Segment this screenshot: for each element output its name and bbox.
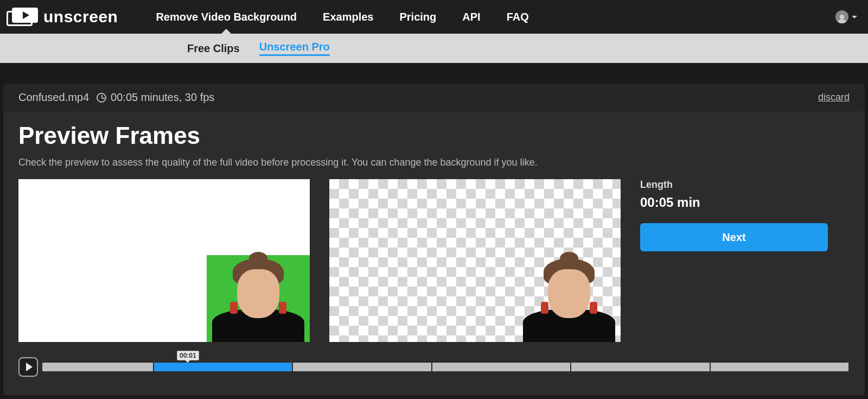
nav-api[interactable]: API: [462, 11, 480, 23]
brand-name: unscreen: [43, 8, 118, 26]
nav-faq[interactable]: FAQ: [507, 11, 529, 23]
chevron-down-icon: [852, 16, 857, 18]
preview-original: [18, 179, 310, 342]
sub-nav: Free Clips Unscreen Pro: [0, 34, 868, 63]
sidebar: Length 00:05 min Next: [640, 179, 828, 251]
timeline-segment[interactable]: [42, 363, 154, 371]
preview-removed: [329, 179, 621, 342]
next-button[interactable]: Next: [640, 223, 828, 251]
timeline[interactable]: 00:01: [42, 363, 850, 371]
clock-icon: [97, 93, 106, 103]
original-frame-thumb: [207, 255, 310, 342]
play-icon: [26, 363, 33, 371]
timeline-segment[interactable]: [711, 363, 850, 371]
removed-frame-thumb: [518, 255, 621, 342]
timeline-marker-label: 00:01: [177, 351, 199, 360]
nav-remove-bg[interactable]: Remove Video Background: [156, 11, 297, 23]
nav-examples[interactable]: Examples: [323, 11, 373, 23]
timeline-row: 00:01: [18, 357, 850, 377]
timeline-segment[interactable]: [293, 363, 432, 371]
discard-link[interactable]: discard: [818, 92, 850, 103]
top-navbar: unscreen Remove Video Background Example…: [0, 0, 868, 34]
file-meta: 00:05 minutes, 30 fps: [111, 91, 214, 104]
page-subtitle: Check the preview to assess the quality …: [18, 157, 850, 168]
user-avatar-icon: [835, 10, 848, 23]
nav-pricing[interactable]: Pricing: [399, 11, 436, 23]
logo-mark-icon: [7, 8, 38, 26]
subnav-free-clips[interactable]: Free Clips: [187, 42, 240, 55]
timeline-segment[interactable]: [432, 363, 571, 371]
timeline-segment-active[interactable]: [154, 363, 293, 371]
page-title: Preview Frames: [18, 122, 850, 149]
panel-header: Confused.mp4 00:05 minutes, 30 fps disca…: [3, 84, 865, 111]
subnav-unscreen-pro[interactable]: Unscreen Pro: [259, 41, 330, 56]
brand-logo[interactable]: unscreen: [7, 8, 118, 26]
primary-nav: Remove Video Background Examples Pricing…: [156, 11, 528, 23]
length-value: 00:05 min: [640, 195, 828, 210]
file-name: Confused.mp4: [18, 91, 89, 104]
play-button[interactable]: [18, 357, 38, 377]
main-panel: Confused.mp4 00:05 minutes, 30 fps disca…: [3, 84, 865, 395]
timeline-segment[interactable]: [571, 363, 710, 371]
length-label: Length: [640, 179, 828, 191]
user-menu[interactable]: [835, 10, 857, 23]
